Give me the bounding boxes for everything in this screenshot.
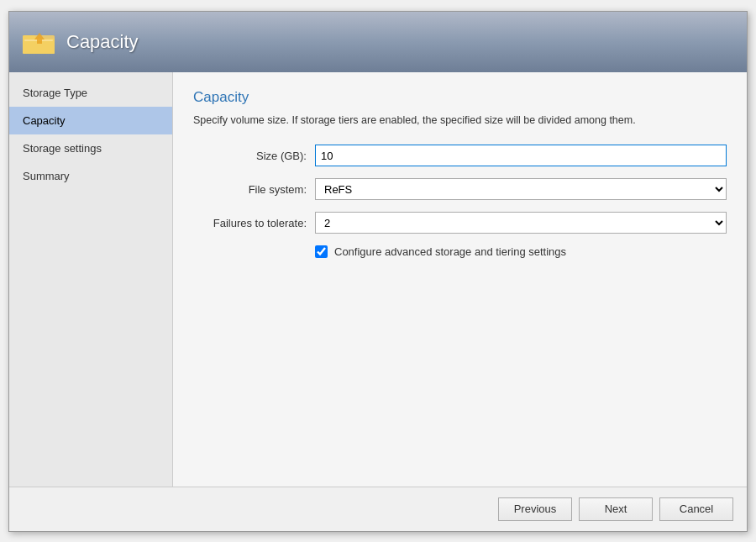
checkbox-label: Configure advanced storage and tiering s… (334, 245, 566, 258)
sidebar-item-storage-settings[interactable]: Storage settings (9, 134, 172, 162)
sidebar: Storage Type Capacity Storage settings S… (9, 72, 173, 487)
size-input[interactable] (315, 145, 727, 166)
dialog-footer: Previous Next Cancel (9, 487, 747, 531)
size-label: Size (GB): (193, 150, 315, 162)
filesystem-select[interactable]: ReFS NTFS (315, 178, 727, 200)
size-row: Size (GB): (193, 145, 727, 166)
checkbox-row: Configure advanced storage and tiering s… (315, 245, 727, 258)
filesystem-label: File system: (193, 183, 315, 196)
advanced-settings-checkbox[interactable] (315, 245, 328, 258)
sidebar-item-summary[interactable]: Summary (9, 162, 172, 190)
content-description: Specify volume size. If storage tiers ar… (193, 113, 727, 129)
sidebar-item-storage-type[interactable]: Storage Type (9, 79, 172, 107)
dialog-header: Capacity (9, 12, 747, 72)
failures-row: Failures to tolerate: 2 1 0 (193, 212, 727, 234)
next-button[interactable]: Next (579, 497, 653, 521)
filesystem-row: File system: ReFS NTFS (193, 178, 727, 200)
content-area: Capacity Specify volume size. If storage… (173, 72, 747, 487)
failures-select[interactable]: 2 1 0 (315, 212, 727, 234)
content-title: Capacity (193, 89, 727, 106)
dialog-body: Storage Type Capacity Storage settings S… (9, 72, 747, 487)
dialog-title: Capacity (66, 31, 139, 53)
folder-icon (23, 29, 56, 55)
dialog-window: Capacity Storage Type Capacity Storage s… (8, 11, 748, 532)
failures-label: Failures to tolerate: (193, 217, 315, 229)
previous-button[interactable]: Previous (498, 497, 572, 521)
sidebar-item-capacity[interactable]: Capacity (9, 107, 172, 134)
cancel-button[interactable]: Cancel (659, 497, 733, 521)
